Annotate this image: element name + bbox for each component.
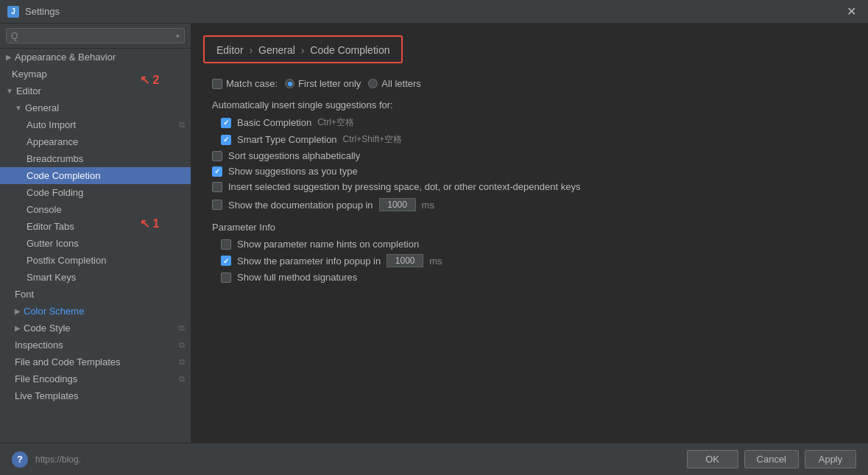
dropdown-icon: ▾ [176,32,180,40]
chevron-icon: ▼ [15,104,22,112]
chevron-icon: ▼ [6,87,13,95]
sidebar-item-code-style[interactable]: ▶ Code Style ⧉ [0,320,191,337]
chevron-icon: ▶ [6,53,12,61]
breadcrumb-editor: Editor [216,44,244,56]
sidebar-item-font[interactable]: Font [0,286,191,303]
show-suggestions-label: Show suggestions as you type [228,166,358,177]
first-letter-radio[interactable] [285,79,294,88]
window-title: Settings [25,6,60,17]
sidebar-item-auto-import[interactable]: Auto Import ⧉ [0,116,191,133]
sidebar-item-file-encodings[interactable]: File Encodings ⧉ [0,370,191,387]
sort-alphabetically-row: Sort suggestions alphabetically [212,150,853,161]
basic-completion-label: Basic Completion [237,117,311,128]
match-case-label: Match case: [226,78,278,89]
sidebar-item-console[interactable]: Console [0,201,191,218]
match-case-row: Match case: First letter only All letter… [212,78,853,89]
insert-selected-checkbox[interactable] [212,182,222,192]
doc-popup-value[interactable]: 1000 [379,198,416,211]
copy-icon: ⧉ [179,357,185,367]
main-layout: Q ▾ ▶ Appearance & Behavior Keymap ▼ Edi… [0,24,868,443]
breadcrumb-sep: › [301,44,308,56]
smart-type-shortcut: Ctrl+Shift+空格 [343,133,403,146]
all-letters-radio-wrap[interactable]: All letters [368,78,420,89]
smart-type-checkbox[interactable] [221,135,231,145]
ok-button[interactable]: OK [687,450,738,468]
show-param-hints-row: Show parameter name hints on completion [221,239,853,250]
search-input-wrap[interactable]: Q ▾ [6,28,185,43]
bottom-bar: ? https://blog. OK Cancel Apply [0,443,868,475]
apply-button[interactable]: Apply [805,450,856,468]
close-button[interactable]: ✕ [842,3,861,20]
breadcrumb-sep: › [249,44,255,56]
search-box: Q ▾ [0,24,191,49]
sort-alphabetically-checkbox[interactable] [212,151,222,161]
show-suggestions-checkbox[interactable] [212,166,222,177]
title-bar-left: J Settings [7,6,60,18]
sidebar-item-inspections[interactable]: Inspections ⧉ [0,337,191,353]
match-case-checkbox[interactable] [212,79,222,89]
sidebar-item-appearance-behavior[interactable]: ▶ Appearance & Behavior [0,49,191,66]
copy-icon: ⧉ [179,323,185,333]
show-param-hints-checkbox[interactable] [221,239,231,250]
insert-selected-row: Insert selected suggestion by pressing s… [212,181,853,192]
sidebar-item-live-templates[interactable]: Live Templates [0,387,191,404]
sidebar-item-color-scheme[interactable]: ▶ Color Scheme [0,303,191,320]
settings-content: Match case: First letter only All letter… [191,69,868,296]
app-icon: J [7,6,19,18]
show-full-signatures-row: Show full method signatures [221,272,853,283]
sidebar-item-editor[interactable]: ▼ Editor [0,82,191,99]
sidebar-item-editor-tabs[interactable]: Editor Tabs [0,218,191,235]
breadcrumb-current: Code Completion [310,44,389,56]
sidebar-item-general[interactable]: ▼ General [0,99,191,116]
doc-popup-checkbox[interactable] [212,200,222,210]
all-letters-radio[interactable] [368,79,378,88]
show-param-popup-checkbox[interactable] [221,256,231,266]
first-letter-radio-wrap[interactable]: First letter only [285,78,361,89]
param-popup-value[interactable]: 1000 [387,254,423,267]
copy-icon: ⧉ [179,374,185,384]
copy-icon: ⧉ [179,340,185,350]
doc-popup-label: Show the documentation popup in [228,200,373,211]
param-info-title: Parameter Info [212,222,853,233]
sort-alphabetically-label: Sort suggestions alphabetically [228,150,360,161]
smart-type-row: Smart Type Completion Ctrl+Shift+空格 [221,133,853,146]
bottom-left: ? https://blog. [12,451,681,468]
smart-type-label: Smart Type Completion [237,134,337,145]
cancel-button[interactable]: Cancel [744,450,799,468]
copy-icon: ⧉ [179,120,185,130]
param-info-section: Parameter Info Show parameter name hints… [206,222,853,283]
sidebar-item-code-folding[interactable]: Code Folding [0,184,191,201]
show-full-signatures-checkbox[interactable] [221,272,231,283]
basic-completion-row: Basic Completion Ctrl+空格 [221,116,853,129]
sidebar-item-keymap[interactable]: Keymap [0,66,191,82]
chevron-icon: ▶ [15,324,21,332]
url-text: https://blog. [35,454,81,465]
help-button[interactable]: ? [12,451,28,468]
show-suggestions-row: Show suggestions as you type [212,166,853,177]
sidebar-item-postfix-completion[interactable]: Postfix Completion [0,252,191,269]
basic-completion-checkbox[interactable] [221,118,231,128]
chevron-icon: ▶ [15,307,21,315]
breadcrumb: Editor › General › Code Completion [203,35,403,63]
match-case-checkbox-wrap[interactable]: Match case: [212,78,278,89]
basic-completion-shortcut: Ctrl+空格 [317,116,354,129]
sidebar-item-breadcrumbs[interactable]: Breadcrumbs [0,150,191,167]
sidebar-item-smart-keys[interactable]: Smart Keys [0,269,191,286]
sidebar-item-code-completion[interactable]: Code Completion [0,167,191,184]
show-full-signatures-label: Show full method signatures [237,272,357,283]
title-bar: J Settings ✕ [0,0,868,24]
sidebar-item-appearance[interactable]: Appearance [0,133,191,150]
show-param-popup-row: Show the parameter info popup in 1000 ms [221,254,853,267]
all-letters-label: All letters [381,78,420,89]
show-param-hints-label: Show parameter name hints on completion [237,239,419,250]
search-input[interactable] [21,30,173,41]
insert-selected-label: Insert selected suggestion by pressing s… [228,181,580,192]
first-letter-label: First letter only [298,78,361,89]
sidebar-item-gutter-icons[interactable]: Gutter Icons [0,235,191,252]
search-icon: Q [11,31,18,41]
param-popup-unit: ms [429,256,442,267]
sidebar: Q ▾ ▶ Appearance & Behavior Keymap ▼ Edi… [0,24,191,443]
sidebar-item-file-code-templates[interactable]: File and Code Templates ⧉ [0,353,191,370]
doc-popup-unit: ms [422,200,434,211]
show-param-popup-label: Show the parameter info popup in [237,256,381,267]
